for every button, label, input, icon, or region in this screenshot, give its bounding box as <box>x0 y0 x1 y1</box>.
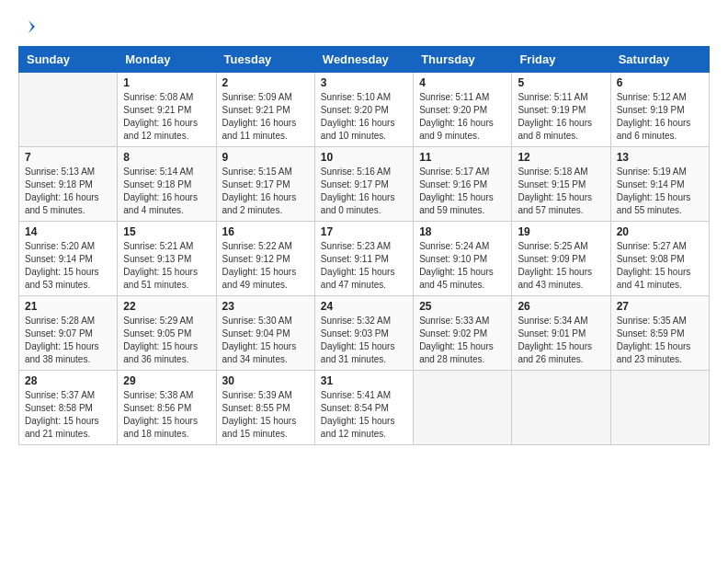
day-info: Sunrise: 5:11 AM Sunset: 9:20 PM Dayligh… <box>419 91 506 143</box>
day-cell: 6Sunrise: 5:12 AM Sunset: 9:19 PM Daylig… <box>610 73 709 147</box>
day-info: Sunrise: 5:09 AM Sunset: 9:21 PM Dayligh… <box>222 91 309 143</box>
day-info: Sunrise: 5:18 AM Sunset: 9:15 PM Dayligh… <box>518 166 604 217</box>
day-number: 26 <box>518 300 604 313</box>
day-cell: 14Sunrise: 5:20 AM Sunset: 9:14 PM Dayli… <box>19 222 118 296</box>
day-cell: 18Sunrise: 5:24 AM Sunset: 9:10 PM Dayli… <box>414 222 512 296</box>
day-info: Sunrise: 5:20 AM Sunset: 9:14 PM Dayligh… <box>25 240 111 292</box>
day-cell: 30Sunrise: 5:39 AM Sunset: 8:55 PM Dayli… <box>216 371 314 445</box>
weekday-sunday: Sunday <box>19 47 118 73</box>
day-cell: 4Sunrise: 5:11 AM Sunset: 9:20 PM Daylig… <box>414 73 512 147</box>
logo-text <box>18 18 37 35</box>
day-info: Sunrise: 5:39 AM Sunset: 8:55 PM Dayligh… <box>222 389 309 441</box>
week-row-5: 28Sunrise: 5:37 AM Sunset: 8:58 PM Dayli… <box>19 371 710 445</box>
day-number: 5 <box>518 76 604 89</box>
weekday-friday: Friday <box>512 47 610 73</box>
day-info: Sunrise: 5:29 AM Sunset: 9:05 PM Dayligh… <box>123 315 210 366</box>
day-cell <box>610 371 709 445</box>
day-info: Sunrise: 5:34 AM Sunset: 9:01 PM Dayligh… <box>518 315 604 366</box>
weekday-thursday: Thursday <box>414 47 512 73</box>
weekday-tuesday: Tuesday <box>216 47 314 73</box>
weekday-monday: Monday <box>118 47 216 73</box>
day-number: 31 <box>321 374 407 387</box>
day-cell: 27Sunrise: 5:35 AM Sunset: 8:59 PM Dayli… <box>610 296 709 371</box>
day-number: 9 <box>222 151 309 164</box>
day-info: Sunrise: 5:41 AM Sunset: 8:54 PM Dayligh… <box>321 389 407 441</box>
day-info: Sunrise: 5:35 AM Sunset: 8:59 PM Dayligh… <box>617 315 703 366</box>
day-info: Sunrise: 5:12 AM Sunset: 9:19 PM Dayligh… <box>617 91 703 143</box>
day-number: 20 <box>617 225 703 238</box>
day-info: Sunrise: 5:08 AM Sunset: 9:21 PM Dayligh… <box>123 91 210 143</box>
day-number: 16 <box>222 225 309 238</box>
day-number: 12 <box>518 151 604 164</box>
day-info: Sunrise: 5:33 AM Sunset: 9:02 PM Dayligh… <box>419 315 506 366</box>
day-number: 14 <box>25 225 111 238</box>
day-number: 2 <box>222 76 309 89</box>
day-info: Sunrise: 5:16 AM Sunset: 9:17 PM Dayligh… <box>321 166 407 217</box>
day-info: Sunrise: 5:22 AM Sunset: 9:12 PM Dayligh… <box>222 240 309 292</box>
day-cell: 2Sunrise: 5:09 AM Sunset: 9:21 PM Daylig… <box>216 73 314 147</box>
day-number: 23 <box>222 300 309 313</box>
day-info: Sunrise: 5:30 AM Sunset: 9:04 PM Dayligh… <box>222 315 309 366</box>
day-info: Sunrise: 5:17 AM Sunset: 9:16 PM Dayligh… <box>419 166 506 217</box>
header <box>18 18 710 35</box>
day-info: Sunrise: 5:38 AM Sunset: 8:56 PM Dayligh… <box>123 389 210 441</box>
day-info: Sunrise: 5:10 AM Sunset: 9:20 PM Dayligh… <box>321 91 407 143</box>
day-number: 17 <box>321 225 407 238</box>
day-cell: 31Sunrise: 5:41 AM Sunset: 8:54 PM Dayli… <box>314 371 413 445</box>
day-number: 24 <box>321 300 407 313</box>
day-number: 28 <box>25 374 111 387</box>
day-cell: 17Sunrise: 5:23 AM Sunset: 9:11 PM Dayli… <box>314 222 413 296</box>
day-number: 30 <box>222 374 309 387</box>
day-cell: 23Sunrise: 5:30 AM Sunset: 9:04 PM Dayli… <box>216 296 314 371</box>
day-number: 1 <box>123 76 210 89</box>
day-cell: 1Sunrise: 5:08 AM Sunset: 9:21 PM Daylig… <box>118 73 216 147</box>
day-cell: 10Sunrise: 5:16 AM Sunset: 9:17 PM Dayli… <box>314 147 413 222</box>
day-cell: 29Sunrise: 5:38 AM Sunset: 8:56 PM Dayli… <box>118 371 216 445</box>
day-number: 3 <box>321 76 407 89</box>
weekday-header-row: SundayMondayTuesdayWednesdayThursdayFrid… <box>19 47 710 73</box>
day-cell: 5Sunrise: 5:11 AM Sunset: 9:19 PM Daylig… <box>512 73 610 147</box>
day-number: 4 <box>419 76 506 89</box>
day-info: Sunrise: 5:21 AM Sunset: 9:13 PM Dayligh… <box>123 240 210 292</box>
page: SundayMondayTuesdayWednesdayThursdayFrid… <box>0 0 728 563</box>
day-number: 25 <box>419 300 506 313</box>
day-number: 19 <box>518 225 604 238</box>
day-info: Sunrise: 5:25 AM Sunset: 9:09 PM Dayligh… <box>518 240 604 292</box>
day-number: 29 <box>123 374 210 387</box>
day-cell: 22Sunrise: 5:29 AM Sunset: 9:05 PM Dayli… <box>118 296 216 371</box>
day-number: 10 <box>321 151 407 164</box>
day-cell <box>414 371 512 445</box>
week-row-4: 21Sunrise: 5:28 AM Sunset: 9:07 PM Dayli… <box>19 296 710 371</box>
day-cell: 21Sunrise: 5:28 AM Sunset: 9:07 PM Dayli… <box>19 296 118 371</box>
day-info: Sunrise: 5:19 AM Sunset: 9:14 PM Dayligh… <box>617 166 703 217</box>
day-number: 21 <box>25 300 111 313</box>
calendar: SundayMondayTuesdayWednesdayThursdayFrid… <box>18 46 710 445</box>
logo-icon <box>20 18 37 35</box>
day-cell: 26Sunrise: 5:34 AM Sunset: 9:01 PM Dayli… <box>512 296 610 371</box>
day-info: Sunrise: 5:37 AM Sunset: 8:58 PM Dayligh… <box>25 389 111 441</box>
day-info: Sunrise: 5:24 AM Sunset: 9:10 PM Dayligh… <box>419 240 506 292</box>
week-row-1: 1Sunrise: 5:08 AM Sunset: 9:21 PM Daylig… <box>19 73 710 147</box>
day-number: 11 <box>419 151 506 164</box>
day-cell: 8Sunrise: 5:14 AM Sunset: 9:18 PM Daylig… <box>118 147 216 222</box>
day-cell: 9Sunrise: 5:15 AM Sunset: 9:17 PM Daylig… <box>216 147 314 222</box>
day-info: Sunrise: 5:11 AM Sunset: 9:19 PM Dayligh… <box>518 91 604 143</box>
day-cell <box>512 371 610 445</box>
day-cell: 19Sunrise: 5:25 AM Sunset: 9:09 PM Dayli… <box>512 222 610 296</box>
week-row-3: 14Sunrise: 5:20 AM Sunset: 9:14 PM Dayli… <box>19 222 710 296</box>
day-cell: 12Sunrise: 5:18 AM Sunset: 9:15 PM Dayli… <box>512 147 610 222</box>
day-info: Sunrise: 5:32 AM Sunset: 9:03 PM Dayligh… <box>321 315 407 366</box>
day-cell: 20Sunrise: 5:27 AM Sunset: 9:08 PM Dayli… <box>610 222 709 296</box>
weekday-saturday: Saturday <box>610 47 709 73</box>
day-cell: 15Sunrise: 5:21 AM Sunset: 9:13 PM Dayli… <box>118 222 216 296</box>
day-cell: 25Sunrise: 5:33 AM Sunset: 9:02 PM Dayli… <box>414 296 512 371</box>
day-cell: 7Sunrise: 5:13 AM Sunset: 9:18 PM Daylig… <box>19 147 118 222</box>
day-number: 8 <box>123 151 210 164</box>
day-number: 18 <box>419 225 506 238</box>
day-cell <box>19 73 118 147</box>
day-info: Sunrise: 5:15 AM Sunset: 9:17 PM Dayligh… <box>222 166 309 217</box>
day-number: 6 <box>617 76 703 89</box>
day-cell: 3Sunrise: 5:10 AM Sunset: 9:20 PM Daylig… <box>314 73 413 147</box>
day-number: 13 <box>617 151 703 164</box>
day-cell: 28Sunrise: 5:37 AM Sunset: 8:58 PM Dayli… <box>19 371 118 445</box>
